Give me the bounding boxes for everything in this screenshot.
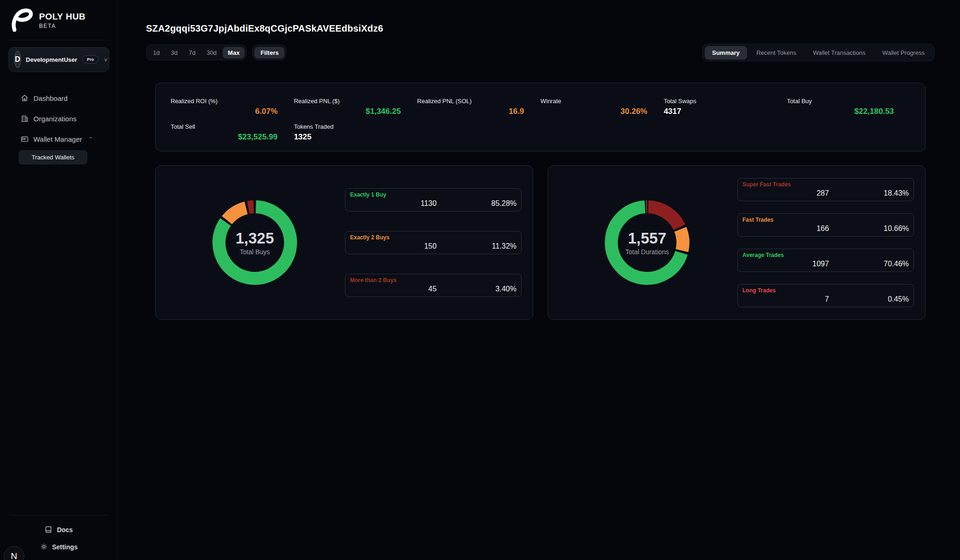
stat-value: $1,346.25 [294, 107, 401, 116]
polyhub-logo-icon [9, 7, 33, 33]
home-icon [20, 94, 29, 102]
legend-percent: 11.32% [437, 242, 516, 250]
wallet-address-title: SZA2gqqi53G7JpjAbdiEx8qCGjcPASkAVEEdbsiX… [146, 23, 934, 34]
stat-value: $23,525.99 [171, 132, 278, 142]
stat-value: 30.26% [540, 107, 647, 116]
legend-title: Fast Trades [742, 217, 909, 223]
sidebar-item-dashboard[interactable]: Dashboard [0, 88, 118, 108]
stats-card: Realized ROI (%) 6.07% Realized PNL ($) … [155, 83, 926, 152]
tab-summary[interactable]: Summary [705, 46, 747, 59]
legend-item-exactly-1-buy[interactable]: Exactly 1 Buy 1130 85.28% [345, 188, 522, 211]
legend-percent: 10.66% [829, 224, 909, 233]
legend-item-fast-trades[interactable]: Fast Trades 166 10.66% [737, 213, 914, 237]
chevron-down-icon: ∨ [104, 57, 107, 63]
stat-total-sell: Total Sell $23,525.99 [171, 123, 294, 142]
legend-item-super-fast-trades[interactable]: Super Fast Trades 287 18.43% [737, 178, 914, 201]
legend-item-average-trades[interactable]: Average Trades 1097 70.46% [737, 249, 914, 272]
legend-title: Super Fast Trades [742, 181, 909, 188]
sidebar-item-docs[interactable]: Docs [0, 521, 118, 538]
sidebar-item-organizations[interactable]: Organizations [0, 108, 118, 129]
legend-title: Long Trades [742, 287, 909, 294]
user-menu[interactable]: D DevelopmentUser Pro ∨ [8, 47, 109, 72]
sidebar-item-label: Wallet Manager [33, 135, 82, 143]
total-durations-legend: Super Fast Trades 287 18.43% Fast Trades… [737, 178, 914, 307]
sidebar: POLY HUB BETA D DevelopmentUser Pro ∨ Da… [0, 0, 118, 560]
total-durations-chart-card: 1,557 Total Durations Super Fast Trades … [548, 165, 926, 320]
stat-value: 16.9 [417, 107, 524, 116]
time-range-1d[interactable]: 1d [148, 47, 165, 59]
legend-title: More than 2 Buys [350, 277, 516, 283]
legend-percent: 85.28% [437, 199, 516, 208]
user-name: DevelopmentUser [26, 56, 78, 63]
stat-tokens-traded: Tokens Traded 1325 [294, 123, 417, 142]
legend-item-more-than-2-buys[interactable]: More than 2 Buys 45 3.40% [345, 274, 522, 297]
stat-realized-roi: Realized ROI (%) 6.07% [171, 98, 294, 116]
sidebar-item-tracked-wallets[interactable]: Tracked Wallets [19, 150, 87, 165]
tab-wallet-transactions[interactable]: Wallet Transactions [806, 46, 873, 59]
time-range-30d[interactable]: 30d [201, 47, 222, 59]
filters-button[interactable]: Filters [254, 47, 285, 59]
building-icon [20, 114, 29, 123]
stat-winrate: Winrate 30.26% [540, 98, 663, 116]
total-buys-donut-chart: 1,325 Total Buys [208, 196, 301, 289]
stat-label: Tokens Traded [294, 123, 417, 130]
sidebar-divider-top [9, 40, 108, 40]
stat-value: 4317 [664, 107, 771, 116]
total-buys-legend: Exactly 1 Buy 1130 85.28% Exactly 2 Buys… [345, 188, 522, 297]
settings-label: Settings [52, 543, 78, 551]
avatar: D [14, 51, 21, 68]
stat-total-buy: Total Buy $22,180.53 [787, 98, 910, 116]
chevron-up-icon: ⌃ [89, 136, 93, 142]
app-subtitle: BETA [39, 23, 86, 29]
tab-wallet-progress[interactable]: Wallet Progress [875, 46, 932, 59]
stat-label: Total Sell [171, 123, 294, 130]
legend-percent: 18.43% [829, 189, 909, 198]
stat-label: Realized ROI (%) [171, 98, 294, 105]
stat-realized-pnl-usd: Realized PNL ($) $1,346.25 [294, 98, 417, 116]
legend-title: Exactly 1 Buy [350, 191, 516, 198]
legend-percent: 3.40% [437, 285, 516, 293]
sidebar-item-label: Dashboard [33, 94, 67, 102]
stat-value: 1325 [294, 132, 401, 142]
legend-count: 150 [350, 242, 437, 250]
book-icon [45, 526, 53, 534]
legend-count: 1097 [742, 260, 829, 268]
logo: POLY HUB BETA [0, 0, 118, 40]
app-title: POLY HUB [39, 12, 86, 22]
legend-count: 287 [742, 189, 829, 198]
sidebar-item-label: Organizations [33, 115, 77, 123]
charts-row: 1,325 Total Buys Exactly 1 Buy 1130 85.2… [155, 165, 926, 320]
main-content: SZA2gqqi53G7JpjAbdiEx8qCGjcPASkAVEEdbsiX… [118, 0, 960, 560]
sidebar-item-wallet-manager[interactable]: Wallet Manager ⌃ [0, 129, 118, 149]
wallet-icon [20, 135, 29, 143]
sidebar-nav: Dashboard Organizations Wallet Manager ⌃… [0, 88, 118, 165]
time-range-3d[interactable]: 3d [166, 47, 182, 59]
stat-value: 6.07% [171, 107, 278, 116]
view-tabs: Summary Recent Tokens Wallet Transaction… [702, 44, 934, 61]
stat-realized-pnl-sol: Realized PNL (SOL) 16.9 [417, 98, 540, 116]
legend-count: 166 [742, 224, 829, 233]
legend-percent: 0.45% [829, 295, 909, 303]
time-range-7d[interactable]: 7d [184, 47, 200, 59]
docs-label: Docs [57, 526, 73, 534]
time-range-max[interactable]: Max [223, 47, 245, 59]
time-range-group: 1d 3d 7d 30d Max [146, 45, 246, 60]
legend-item-long-trades[interactable]: Long Trades 7 0.45% [737, 284, 914, 307]
stat-total-swaps: Total Swaps 4317 [664, 98, 787, 116]
stat-label: Total Swaps [664, 98, 787, 105]
gear-icon [40, 543, 48, 551]
legend-item-exactly-2-buys[interactable]: Exactly 2 Buys 150 11.32% [345, 231, 522, 254]
legend-percent: 70.46% [829, 260, 909, 268]
pro-badge: Pro [82, 55, 99, 64]
filters-group: Filters [252, 45, 286, 60]
total-durations-donut-chart: 1,557 Total Durations [601, 196, 694, 289]
legend-count: 45 [350, 285, 437, 293]
legend-count: 1130 [350, 199, 437, 208]
stat-label: Realized PNL (SOL) [417, 98, 540, 105]
stat-value: $22,180.53 [787, 107, 894, 116]
controls-row: 1d 3d 7d 30d Max Filters Summary Recent … [146, 44, 934, 61]
tab-recent-tokens[interactable]: Recent Tokens [749, 46, 804, 59]
stat-label: Winrate [540, 98, 663, 105]
legend-count: 7 [742, 295, 829, 303]
legend-title: Exactly 2 Buys [350, 234, 516, 241]
